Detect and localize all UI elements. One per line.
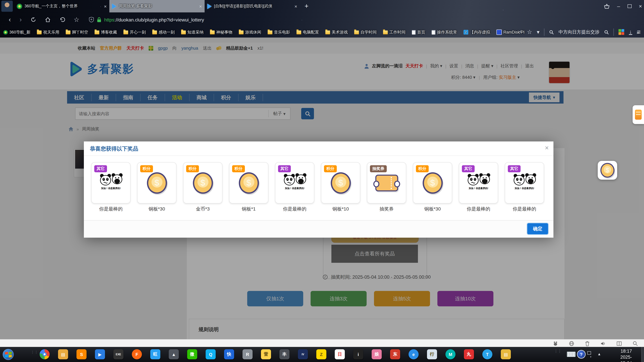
taskbar-wechat[interactable]: 微 (187, 349, 197, 359)
forward-button[interactable]: › (20, 16, 22, 23)
taskbar-exe-tool[interactable]: EXE (113, 349, 124, 359)
tab-close-icon[interactable]: × (104, 3, 107, 9)
taskbar: ⋮⋮ ▤ S ▶ EXE F 旺 ▲ 微 Q 快 R 雷 丰 IV Z 日 i … (0, 347, 644, 362)
new-tab-button[interactable]: + (304, 2, 308, 10)
taskbar-remote-app[interactable]: R (242, 349, 252, 359)
undo-button[interactable] (59, 17, 65, 22)
taskbar-thunder[interactable]: 雷 (261, 349, 271, 359)
taskbar-motrix[interactable]: M (446, 349, 456, 359)
prize-card: 积分 $ 铜板*10 (321, 162, 360, 212)
maximize-button[interactable] (628, 4, 632, 8)
bookmark-ramdisk[interactable]: RamDisk Pl (496, 29, 524, 35)
browser-status-bar (0, 339, 644, 347)
basket-icon[interactable] (604, 3, 610, 9)
show-desktop-button[interactable] (641, 347, 644, 362)
folder-icon (210, 30, 214, 34)
tab-close-icon[interactable]: × (294, 3, 297, 9)
tab-360-nav[interactable]: 360导航_一个主页，整个世界 × (14, 0, 109, 12)
bookmark-folder[interactable]: 美术游戏 (325, 29, 348, 35)
taskbar-firefox[interactable]: F (132, 349, 142, 359)
taskbar-qq[interactable]: Q (206, 349, 216, 359)
tab-close-icon[interactable]: × (199, 3, 202, 9)
window-tray-icon[interactable] (587, 351, 591, 355)
taskbar-iv-app[interactable]: IV (298, 349, 308, 359)
taskbar-sun-app[interactable]: 日 (335, 349, 345, 359)
floating-coin-widget[interactable]: $ (598, 161, 617, 180)
bookmark-folder[interactable]: 电脑配置 (296, 29, 319, 35)
url-text[interactable]: https://duokan.club/plugin.php?id=viewui… (104, 17, 204, 22)
taskbar-bank-app[interactable]: 行 (427, 349, 437, 359)
taskbar-i-app[interactable]: i (353, 349, 363, 359)
meme-caption: 加油！你是最胖的! (469, 187, 488, 190)
taskbar-dong-app[interactable]: 东 (390, 349, 400, 359)
taskbar-sogou-input[interactable]: S (76, 349, 86, 359)
refresh-button[interactable] (30, 17, 36, 22)
taskbar-anime-app[interactable]: 娘 (372, 349, 382, 359)
folder-icon (325, 30, 330, 34)
screen: 360导航_一个主页，整个世界 × 周周抽奖 多看聚影 × [自制][华语][港… (0, 0, 644, 362)
taskbar-grip: ⋮⋮ (31, 350, 38, 354)
bookmark-folder[interactable]: 祝天乐用 (37, 29, 59, 35)
taskbar-clock[interactable]: 18:17 2025-05-04 (620, 348, 632, 362)
taskbar-media-player[interactable]: ▶ (95, 349, 105, 359)
tray-expand-icon[interactable]: ▲ (598, 352, 601, 356)
bookmark-folder[interactable]: 神秘事物 (210, 29, 232, 35)
confirm-button[interactable]: 确定 (527, 223, 548, 234)
keyboard-tray-icon[interactable] (567, 352, 576, 357)
trash-icon[interactable] (585, 341, 590, 346)
taskbar-chrome[interactable] (40, 349, 50, 359)
browser-profile-avatar[interactable] (1, 1, 13, 12)
start-button[interactable] (3, 349, 14, 360)
bookmark-folder[interactable]: 音乐电影 (268, 29, 290, 35)
prize-label: 抽奖券 (380, 206, 394, 212)
globe-icon[interactable] (569, 341, 574, 346)
tab-movies[interactable]: [自制][华语][港影][邵氏电影][武侠 × (204, 0, 300, 12)
bookmark-page[interactable]: 操作系统常 (432, 29, 457, 35)
zoom-icon[interactable] (632, 341, 638, 346)
shield-icon[interactable] (89, 17, 94, 22)
favorite-star-icon[interactable]: ☆ (74, 16, 79, 23)
taskbar-xiaofeng-app[interactable]: 丰 (280, 349, 290, 359)
bookmark-folder[interactable]: 开心一刻 (123, 29, 146, 35)
page-icon (432, 30, 435, 34)
close-window-button[interactable]: × (639, 3, 642, 9)
help-tray-icon[interactable]: ? (578, 351, 585, 358)
pet-icon[interactable] (553, 341, 558, 346)
modal-close-icon[interactable]: × (545, 144, 549, 152)
bookmark-page[interactable]: 首页 (412, 29, 425, 35)
back-button[interactable]: ‹ (9, 16, 11, 23)
bookmark-360[interactable]: 360导航_新 (3, 29, 30, 35)
modal-title: 恭喜您获得以下奖品 (90, 145, 138, 152)
clock-time: 18:17 (620, 348, 632, 354)
taskbar-wangwang[interactable]: 旺 (150, 349, 160, 359)
taskbar-telegram[interactable]: T (482, 349, 492, 359)
floating-signin-widget[interactable] (632, 105, 644, 124)
taskbar-launcher[interactable]: ▲ (169, 349, 179, 359)
reading-mode-icon[interactable] (616, 341, 622, 346)
divider (84, 156, 554, 156)
taskbar-wan-app[interactable]: 丸 (464, 349, 474, 359)
minimize-button[interactable]: – (617, 3, 620, 9)
bookmark-folder[interactable]: 感动一刻 (152, 29, 174, 35)
bookmarks-overflow-icon[interactable]: » (636, 29, 639, 35)
taskbar-z-app[interactable]: Z (316, 349, 326, 359)
bookmark-folder[interactable]: 脚丫时空 (66, 29, 88, 35)
tab-lottery-active[interactable]: 周周抽奖 多看聚影 × (109, 0, 204, 12)
taskbar-kuai-app[interactable]: 快 (224, 349, 234, 359)
site-play-icon (112, 3, 116, 9)
bookmark-folder[interactable]: 工作时间 (383, 29, 405, 35)
speaker-icon[interactable] (600, 341, 606, 346)
url-zone[interactable]: https://duokan.club/plugin.php?id=viewui… (89, 17, 204, 22)
bookmark-folder[interactable]: 游戏休闲 (239, 29, 261, 35)
prize-badge: 积分 (140, 165, 153, 172)
status-bar-icons (553, 340, 638, 347)
bookmark-folder[interactable]: 自学时间 (354, 29, 376, 35)
meme-caption: 加油！你是最胖的! (285, 187, 304, 190)
taskbar-file-explorer[interactable]: ▤ (58, 349, 68, 359)
home-button[interactable] (45, 17, 50, 22)
bookmark-ramdisk-app[interactable]: Z【内存虚拟 (464, 29, 490, 35)
taskbar-folder[interactable]: ▤ (501, 349, 511, 359)
bookmark-folder[interactable]: 知道采纳 (181, 29, 204, 35)
bookmark-folder[interactable]: 博客收藏 (94, 29, 117, 35)
taskbar-ie-browser[interactable]: e (408, 349, 418, 359)
